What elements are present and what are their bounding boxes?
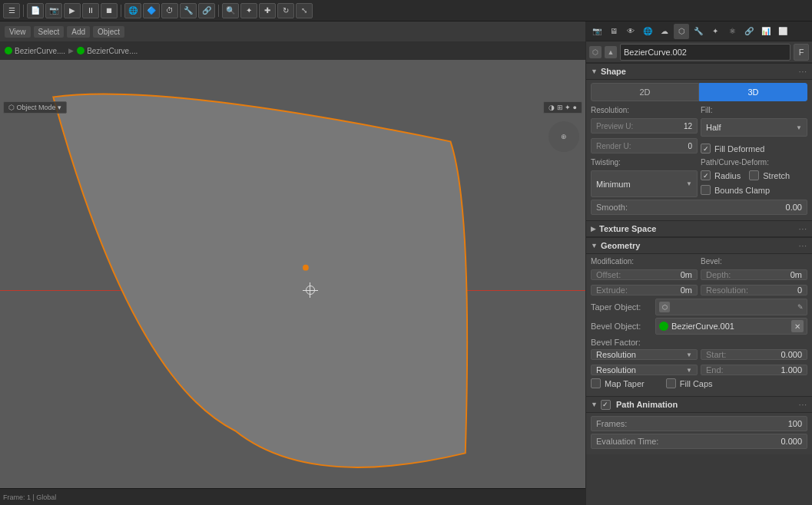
bevel-object-value: BezierCurve.001	[671, 322, 788, 331]
bevel-resolution-input[interactable]: Resolution: 0	[701, 285, 807, 295]
breadcrumb-icon-1: BezierCurve....	[5, 47, 65, 55]
viewport[interactable]: View Select Add Object BezierCurve.... ▶…	[0, 21, 585, 505]
twisting-dropdown[interactable]: Minimum ▼	[591, 170, 698, 197]
panel-icon-particles[interactable]: ✦	[708, 24, 723, 39]
viewport-shading-btn[interactable]: ◑ ⊞ ✦ ●	[543, 101, 582, 114]
separator-3	[218, 5, 219, 17]
evaluation-time-label: Evaluation Time:	[596, 437, 781, 446]
top-toolbar: ☰ 📄 📷 ▶ ⏸ ⏹ 🌐 🔷 ⏱ 🔧 🔗 🔍 ✦ ✚ ↻ ⤡	[0, 0, 812, 21]
object-mode-icon: ▲	[605, 46, 617, 58]
panel-icon-output[interactable]: 🖥	[606, 24, 621, 39]
path-animation-content: Frames: 100 Evaluation Time: 0.000	[586, 413, 812, 454]
geometry-section-content: Modification: Offset: 0m Extrude: 0m Bev…	[586, 254, 812, 396]
frames-input[interactable]: Frames: 100	[591, 416, 807, 431]
path-animation-header[interactable]: ▼ Path Animation ···	[586, 396, 812, 413]
taper-object-icon: ⬡	[659, 302, 670, 312]
evaluation-time-input[interactable]: Evaluation Time: 0.000	[591, 434, 807, 449]
scene-btn[interactable]: 🌐	[124, 3, 141, 18]
path-animation-enabled-checkbox[interactable]	[601, 400, 611, 410]
search-btn[interactable]: 🔍	[222, 3, 239, 18]
resolution-fill-row: Resolution: Preview U: 12 Render U: 0	[591, 106, 807, 156]
panel-icon-world[interactable]: ☁	[657, 24, 672, 39]
scale-btn[interactable]: ⤡	[296, 3, 313, 18]
panel-icon-material[interactable]: ⬜	[775, 24, 790, 39]
breadcrumb-label-2[interactable]: BezierCurve....	[87, 47, 138, 55]
map-taper-checkbox[interactable]	[591, 378, 601, 388]
bevel-object-picker[interactable]: BezierCurve.001 ✕	[655, 318, 807, 335]
texture-space-header[interactable]: ▶ Texture Space ···	[586, 220, 812, 237]
view-menu-btn[interactable]: View	[5, 26, 31, 38]
anim-btn[interactable]: ⏱	[161, 3, 178, 18]
panel-icon-scene[interactable]: 🌐	[640, 24, 655, 39]
preview-u-row: Preview U: 12	[591, 118, 698, 134]
move-btn[interactable]: ✚	[259, 3, 276, 18]
smooth-input[interactable]: Smooth: 0.00	[591, 200, 807, 215]
fill-deformed-row: Fill Deformed	[701, 144, 807, 153]
breadcrumb-label-1[interactable]: BezierCurve....	[15, 47, 65, 55]
taper-object-browse-icon[interactable]: ✎	[797, 303, 804, 311]
right-panel: 📷 🖥 👁 🌐 ☁ ⬡ 🔧 ✦ ⚛ 🔗 📊 ⬜ ⬡ ▲ F ▼ Shape ··…	[585, 21, 812, 505]
gizmo-area: ⊕	[549, 121, 579, 152]
stretch-checkbox[interactable]	[749, 170, 759, 180]
f-badge[interactable]: F	[794, 44, 809, 61]
render-btn[interactable]: 📷	[45, 3, 62, 18]
3d-toggle-btn[interactable]: 3D	[699, 83, 807, 101]
texture-space-options-icon[interactable]: ···	[799, 225, 807, 233]
fill-caps-row: Fill Caps	[666, 378, 713, 388]
fill-label: Fill:	[701, 106, 807, 114]
panel-icon-modifier[interactable]: 🔧	[691, 24, 706, 39]
shape-section-header[interactable]: ▼ Shape ···	[586, 63, 812, 80]
fill-deformed-checkbox[interactable]	[701, 144, 711, 153]
extrude-input[interactable]: Extrude: 0m	[591, 285, 698, 295]
fill-dropdown[interactable]: Half ▼	[701, 118, 807, 137]
file-btn[interactable]: 📄	[27, 3, 44, 18]
fill-caps-checkbox[interactable]	[666, 378, 676, 388]
play-btn[interactable]: ▶	[64, 3, 81, 18]
bevel-object-clear-btn[interactable]: ✕	[791, 320, 804, 332]
viewport-canvas[interactable]: ⬡ Object Mode ▾ ◑ ⊞ ✦ ● ⊕ Frame: 1 | Glo…	[0, 60, 585, 505]
bevel-end-input[interactable]: End: 1.000	[701, 365, 807, 375]
2d-toggle-btn[interactable]: 2D	[591, 83, 699, 101]
bounds-clamp-label: Bounds Clamp	[714, 186, 770, 195]
radius-checkbox[interactable]	[701, 170, 711, 180]
link-btn[interactable]: 🔗	[198, 3, 215, 18]
map-taper-row: Map Taper	[591, 378, 645, 388]
panel-icon-render[interactable]: 📷	[589, 24, 605, 39]
panel-icon-data[interactable]: 📊	[758, 24, 774, 39]
bevel-col: Bevel: Depth: 0m Resolution: 0	[701, 257, 807, 295]
smooth-row: Smooth: 0.00	[591, 200, 807, 215]
tools-btn[interactable]: 🔧	[180, 3, 197, 18]
bevel-mode-1-dropdown[interactable]: Resolution ▼	[591, 349, 698, 360]
depth-input[interactable]: Depth: 0m	[701, 269, 807, 280]
panel-icon-constraints[interactable]: 🔗	[741, 24, 757, 39]
taper-object-picker[interactable]: ⬡ ✎	[655, 299, 807, 315]
path-animation-options-icon[interactable]: ···	[799, 401, 807, 409]
menu-btn[interactable]: ☰	[3, 3, 20, 18]
cursor-btn[interactable]: ✦	[240, 3, 257, 18]
offset-input[interactable]: Offset: 0m	[591, 269, 698, 280]
select-menu-btn[interactable]: Select	[34, 26, 65, 38]
view3d-btn[interactable]: 🔷	[143, 3, 160, 18]
bevel-mode-2-arrow-icon: ▼	[686, 367, 692, 374]
object-name-input[interactable]	[620, 44, 790, 61]
render-u-input[interactable]: Render U: 0	[591, 138, 698, 153]
shape-options-icon[interactable]: ···	[799, 68, 807, 76]
panel-icon-physics[interactable]: ⚛	[724, 24, 740, 39]
geometry-options-icon[interactable]: ···	[799, 242, 807, 250]
bevel-mode-2-dropdown[interactable]: Resolution ▼	[591, 365, 698, 375]
bevel-start-input[interactable]: Start: 0.000	[701, 349, 807, 360]
shape-section-title: Shape	[601, 67, 796, 76]
panel-icon-object[interactable]: ⬡	[674, 24, 689, 39]
panel-icon-view[interactable]: 👁	[623, 24, 638, 39]
orientation-gizmo[interactable]: ⊕	[549, 121, 579, 152]
modification-col: Modification: Offset: 0m Extrude: 0m	[591, 257, 698, 295]
geometry-section-header[interactable]: ▼ Geometry ···	[586, 237, 812, 254]
pause-btn[interactable]: ⏸	[82, 3, 99, 18]
viewport-overlay-btn[interactable]: ⬡ Object Mode ▾	[3, 101, 67, 114]
preview-u-input[interactable]: Preview U: 12	[591, 118, 698, 134]
bounds-clamp-checkbox[interactable]	[701, 185, 711, 195]
add-menu-btn[interactable]: Add	[67, 26, 90, 38]
object-menu-btn[interactable]: Object	[93, 26, 124, 38]
rotate-btn[interactable]: ↻	[277, 3, 294, 18]
stop-btn[interactable]: ⏹	[101, 3, 118, 18]
